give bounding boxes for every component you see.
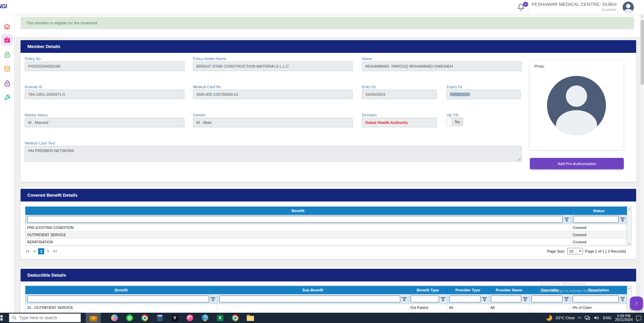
filter-funnel-icon[interactable]	[620, 217, 625, 222]
marital-status-field[interactable]: M - Married	[25, 118, 184, 127]
chevron-down-icon: ▼	[579, 250, 581, 253]
medical-card-text-field[interactable]: HN PREMIER NETWORK	[25, 146, 522, 162]
status-cell: Covered	[571, 231, 627, 238]
browser-scrollbar[interactable]: ▲ ▼	[640, 14, 644, 313]
entry-dt-field[interactable]: 10/05/2024	[362, 90, 437, 99]
taskbar-app-calculator[interactable]	[152, 313, 167, 323]
medical-card-no-field[interactable]: I038-000-115739063-01	[193, 90, 353, 99]
medical-card-no-label: Medical Card No	[193, 85, 221, 89]
benefit-filter-input[interactable]	[27, 296, 209, 302]
speciality-filter-input[interactable]	[532, 296, 562, 302]
marital-status-label: Marital Status	[25, 113, 48, 117]
next-page-button[interactable]	[46, 249, 51, 254]
filter-funnel-icon[interactable]	[523, 297, 528, 302]
column-header-benefit[interactable]: Benefit	[25, 286, 217, 294]
covered-benefits-table: Benefit Status PRE-EXISTING CONDITION	[25, 206, 632, 246]
volume-icon[interactable]	[594, 315, 599, 320]
prev-page-button[interactable]	[32, 249, 36, 254]
name-field[interactable]: MOHAMMAD FAROUQ MOHAMMAD OWEINEH	[362, 61, 522, 71]
taskbar-app-copilot[interactable]	[107, 313, 122, 323]
last-page-button[interactable]	[52, 249, 57, 254]
weather-moon-icon[interactable]	[546, 315, 552, 321]
sub-benefit-filter-input[interactable]	[219, 296, 400, 302]
search-input[interactable]	[19, 315, 74, 320]
taskbar-app-v[interactable]: V	[167, 313, 182, 323]
scroll-to-top-button[interactable]: ↑	[630, 297, 643, 310]
action-center-icon[interactable]	[636, 316, 641, 320]
column-header-provider-type[interactable]: Provider Type	[447, 286, 489, 294]
user-avatar[interactable]	[622, 1, 634, 13]
taskbar-search[interactable]	[9, 313, 81, 322]
filter-funnel-icon[interactable]	[564, 297, 569, 302]
filter-funnel-icon[interactable]	[620, 297, 625, 302]
network-icon[interactable]	[584, 315, 590, 320]
benefit-filter-input[interactable]	[27, 216, 563, 223]
tray-expand-icon[interactable]	[578, 316, 582, 320]
policy-holder-field[interactable]: BRIGHT STAR CONSTRUCTION MATERIALS L.L.C	[193, 61, 353, 71]
policy-no-field[interactable]: P/03/2024/000168	[25, 61, 184, 71]
table-vertical-scrollbar[interactable]: ▲ ▼	[627, 207, 631, 246]
page-size-select[interactable]: 10 ▼	[567, 248, 583, 254]
sidebar-item-tools[interactable]	[1, 92, 13, 104]
sidebar-item-home[interactable]	[1, 21, 13, 32]
provider-name-filter-cell	[489, 294, 530, 304]
vip-yn-toggle[interactable]: No	[447, 118, 463, 126]
language-indicator[interactable]: ENG	[603, 316, 611, 320]
column-header-speciality[interactable]: Speciality	[530, 286, 571, 294]
tray-date: 25/11/2024	[615, 318, 633, 322]
taskbar-app-chrome2[interactable]	[228, 313, 243, 323]
add-preauthorization-button[interactable]: Add Pre-Authorization	[530, 158, 624, 169]
scroll-up-icon[interactable]: ▲	[627, 287, 631, 289]
current-page[interactable]: 1	[38, 248, 44, 254]
emirate-id-field[interactable]: 784-1991-1605971-0	[25, 90, 184, 99]
status-filter-input[interactable]	[573, 216, 619, 223]
column-header-description[interactable]: Description	[571, 286, 627, 294]
taskbar-app-chrome[interactable]	[137, 313, 152, 323]
table-row[interactable]: OUTPATIENT SERVICE Covered	[25, 231, 627, 239]
sidebar-item-database[interactable]	[1, 63, 13, 75]
scroll-up-icon[interactable]: ▲	[640, 15, 644, 18]
taskbar-app-media[interactable]	[182, 313, 197, 323]
clock[interactable]: 5:09 PM 25/11/2024	[615, 314, 633, 322]
sidebar-item-security[interactable]	[1, 49, 13, 60]
first-page-button[interactable]	[25, 249, 30, 254]
app-logo[interactable]: NGI	[0, 0, 14, 14]
taskbar-app-whatsapp[interactable]	[122, 313, 137, 323]
taskbar-app-briefcase[interactable]	[86, 313, 101, 323]
column-header-benefit-type[interactable]: Benefit Type	[409, 286, 447, 294]
benefit-type-filter-input[interactable]	[411, 296, 439, 302]
medical-card-text-label: Medical Card Text	[25, 141, 55, 145]
filter-funnel-icon[interactable]	[440, 297, 446, 302]
table-row[interactable]: REPATRIATION Covered	[25, 239, 627, 246]
notification-bell[interactable]: 0	[517, 3, 526, 12]
taskbar-app-edge[interactable]	[197, 313, 212, 323]
table-row[interactable]: PRE-EXISTING CONDITION Covered	[25, 224, 627, 231]
weather-text[interactable]: 23°C Clear	[556, 316, 575, 320]
scroll-up-icon[interactable]: ▲	[627, 208, 631, 210]
resize-grip[interactable]	[518, 158, 521, 161]
scroll-down-icon[interactable]: ▼	[640, 310, 644, 312]
scrollbar-thumb[interactable]	[641, 20, 644, 85]
description-filter-input[interactable]	[573, 296, 619, 302]
table-row[interactable]: 31 - OUTPATIENT SERVICE Out Patient All …	[25, 304, 627, 311]
start-button[interactable]	[0, 313, 6, 323]
column-header-sub-benefit[interactable]: Sub Benefit	[217, 286, 409, 294]
media-app-icon	[186, 314, 193, 321]
sidebar-item-appointments[interactable]	[1, 34, 13, 46]
filter-funnel-icon[interactable]	[210, 297, 216, 302]
provider-name-filter-input[interactable]	[491, 296, 521, 302]
filter-funnel-icon[interactable]	[482, 297, 487, 302]
column-header-benefit[interactable]: Benefit	[25, 207, 571, 215]
taskbar-app-explorer[interactable]	[243, 313, 258, 323]
emirates-field[interactable]: Dubai Health Authority	[362, 118, 437, 127]
expiry-dt-field[interactable]: 09/05/2025	[447, 90, 521, 99]
sidebar-item-privacy[interactable]	[1, 78, 13, 89]
filter-funnel-icon[interactable]	[564, 217, 569, 222]
column-header-provider-name[interactable]: Provider Name	[489, 286, 530, 294]
scroll-down-icon[interactable]: ▼	[627, 242, 631, 245]
filter-funnel-icon[interactable]	[402, 297, 407, 302]
taskbar-app-excel[interactable]: X	[212, 313, 228, 323]
column-header-status[interactable]: Status	[571, 207, 627, 215]
gender-field[interactable]: M - Male	[193, 118, 353, 127]
provider-type-filter-input[interactable]	[449, 296, 481, 302]
